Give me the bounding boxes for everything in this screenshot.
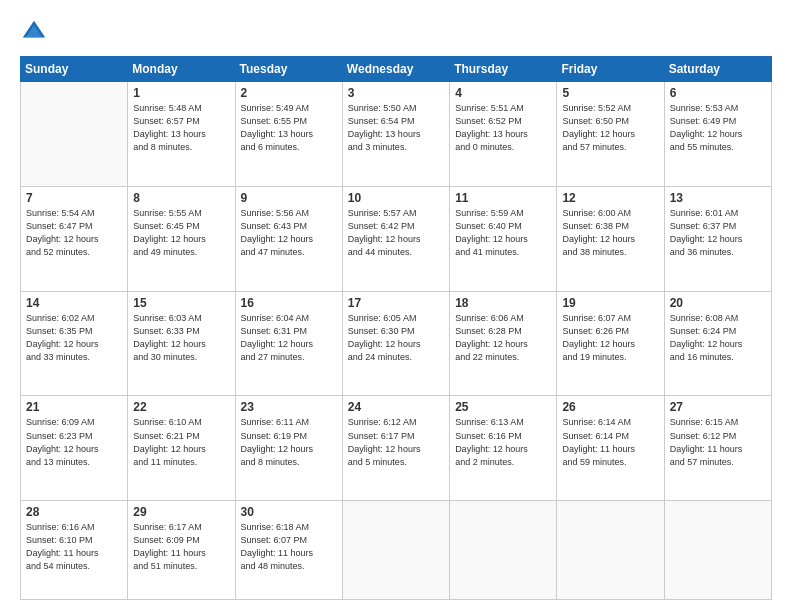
day-number: 17 xyxy=(348,296,444,310)
calendar-cell: 11Sunrise: 5:59 AMSunset: 6:40 PMDayligh… xyxy=(450,186,557,291)
day-info: Sunrise: 6:02 AMSunset: 6:35 PMDaylight:… xyxy=(26,312,122,364)
day-info: Sunrise: 6:16 AMSunset: 6:10 PMDaylight:… xyxy=(26,521,122,573)
day-number: 29 xyxy=(133,505,229,519)
day-info: Sunrise: 6:13 AMSunset: 6:16 PMDaylight:… xyxy=(455,416,551,468)
calendar-cell xyxy=(557,501,664,600)
weekday-header-wednesday: Wednesday xyxy=(342,57,449,82)
calendar-cell xyxy=(342,501,449,600)
calendar-week-5: 28Sunrise: 6:16 AMSunset: 6:10 PMDayligh… xyxy=(21,501,772,600)
day-number: 26 xyxy=(562,400,658,414)
day-number: 19 xyxy=(562,296,658,310)
calendar-cell xyxy=(450,501,557,600)
calendar-cell: 23Sunrise: 6:11 AMSunset: 6:19 PMDayligh… xyxy=(235,396,342,501)
calendar-week-1: 1Sunrise: 5:48 AMSunset: 6:57 PMDaylight… xyxy=(21,82,772,187)
day-info: Sunrise: 6:09 AMSunset: 6:23 PMDaylight:… xyxy=(26,416,122,468)
page: SundayMondayTuesdayWednesdayThursdayFrid… xyxy=(0,0,792,612)
day-number: 27 xyxy=(670,400,766,414)
calendar-cell xyxy=(664,501,771,600)
calendar-cell: 9Sunrise: 5:56 AMSunset: 6:43 PMDaylight… xyxy=(235,186,342,291)
calendar-cell: 28Sunrise: 6:16 AMSunset: 6:10 PMDayligh… xyxy=(21,501,128,600)
day-info: Sunrise: 5:48 AMSunset: 6:57 PMDaylight:… xyxy=(133,102,229,154)
day-info: Sunrise: 6:01 AMSunset: 6:37 PMDaylight:… xyxy=(670,207,766,259)
day-info: Sunrise: 6:04 AMSunset: 6:31 PMDaylight:… xyxy=(241,312,337,364)
day-number: 1 xyxy=(133,86,229,100)
day-info: Sunrise: 6:07 AMSunset: 6:26 PMDaylight:… xyxy=(562,312,658,364)
weekday-header-monday: Monday xyxy=(128,57,235,82)
calendar-cell: 18Sunrise: 6:06 AMSunset: 6:28 PMDayligh… xyxy=(450,291,557,396)
calendar-week-4: 21Sunrise: 6:09 AMSunset: 6:23 PMDayligh… xyxy=(21,396,772,501)
day-info: Sunrise: 6:11 AMSunset: 6:19 PMDaylight:… xyxy=(241,416,337,468)
calendar-cell: 24Sunrise: 6:12 AMSunset: 6:17 PMDayligh… xyxy=(342,396,449,501)
day-number: 28 xyxy=(26,505,122,519)
day-info: Sunrise: 5:55 AMSunset: 6:45 PMDaylight:… xyxy=(133,207,229,259)
day-number: 24 xyxy=(348,400,444,414)
calendar-cell: 27Sunrise: 6:15 AMSunset: 6:12 PMDayligh… xyxy=(664,396,771,501)
logo-icon xyxy=(20,18,48,46)
day-number: 4 xyxy=(455,86,551,100)
day-number: 21 xyxy=(26,400,122,414)
calendar-cell: 7Sunrise: 5:54 AMSunset: 6:47 PMDaylight… xyxy=(21,186,128,291)
calendar-cell: 4Sunrise: 5:51 AMSunset: 6:52 PMDaylight… xyxy=(450,82,557,187)
day-number: 20 xyxy=(670,296,766,310)
day-number: 12 xyxy=(562,191,658,205)
header xyxy=(20,18,772,46)
day-info: Sunrise: 5:54 AMSunset: 6:47 PMDaylight:… xyxy=(26,207,122,259)
day-number: 16 xyxy=(241,296,337,310)
calendar-cell: 30Sunrise: 6:18 AMSunset: 6:07 PMDayligh… xyxy=(235,501,342,600)
calendar-table: SundayMondayTuesdayWednesdayThursdayFrid… xyxy=(20,56,772,600)
calendar-cell: 12Sunrise: 6:00 AMSunset: 6:38 PMDayligh… xyxy=(557,186,664,291)
day-number: 11 xyxy=(455,191,551,205)
calendar-cell: 15Sunrise: 6:03 AMSunset: 6:33 PMDayligh… xyxy=(128,291,235,396)
calendar-cell xyxy=(21,82,128,187)
calendar-cell: 17Sunrise: 6:05 AMSunset: 6:30 PMDayligh… xyxy=(342,291,449,396)
calendar-cell: 5Sunrise: 5:52 AMSunset: 6:50 PMDaylight… xyxy=(557,82,664,187)
calendar-cell: 1Sunrise: 5:48 AMSunset: 6:57 PMDaylight… xyxy=(128,82,235,187)
day-info: Sunrise: 6:05 AMSunset: 6:30 PMDaylight:… xyxy=(348,312,444,364)
day-number: 5 xyxy=(562,86,658,100)
logo xyxy=(20,18,52,46)
day-number: 30 xyxy=(241,505,337,519)
day-info: Sunrise: 5:52 AMSunset: 6:50 PMDaylight:… xyxy=(562,102,658,154)
day-number: 23 xyxy=(241,400,337,414)
day-number: 15 xyxy=(133,296,229,310)
calendar-cell: 2Sunrise: 5:49 AMSunset: 6:55 PMDaylight… xyxy=(235,82,342,187)
calendar-cell: 22Sunrise: 6:10 AMSunset: 6:21 PMDayligh… xyxy=(128,396,235,501)
day-info: Sunrise: 6:15 AMSunset: 6:12 PMDaylight:… xyxy=(670,416,766,468)
weekday-header-thursday: Thursday xyxy=(450,57,557,82)
day-number: 25 xyxy=(455,400,551,414)
calendar-cell: 6Sunrise: 5:53 AMSunset: 6:49 PMDaylight… xyxy=(664,82,771,187)
day-number: 13 xyxy=(670,191,766,205)
day-info: Sunrise: 6:00 AMSunset: 6:38 PMDaylight:… xyxy=(562,207,658,259)
calendar-cell: 13Sunrise: 6:01 AMSunset: 6:37 PMDayligh… xyxy=(664,186,771,291)
day-number: 14 xyxy=(26,296,122,310)
day-info: Sunrise: 6:08 AMSunset: 6:24 PMDaylight:… xyxy=(670,312,766,364)
day-number: 2 xyxy=(241,86,337,100)
day-info: Sunrise: 5:59 AMSunset: 6:40 PMDaylight:… xyxy=(455,207,551,259)
calendar-cell: 10Sunrise: 5:57 AMSunset: 6:42 PMDayligh… xyxy=(342,186,449,291)
day-number: 18 xyxy=(455,296,551,310)
day-info: Sunrise: 5:50 AMSunset: 6:54 PMDaylight:… xyxy=(348,102,444,154)
weekday-header-row: SundayMondayTuesdayWednesdayThursdayFrid… xyxy=(21,57,772,82)
day-info: Sunrise: 5:49 AMSunset: 6:55 PMDaylight:… xyxy=(241,102,337,154)
calendar-cell: 8Sunrise: 5:55 AMSunset: 6:45 PMDaylight… xyxy=(128,186,235,291)
day-number: 9 xyxy=(241,191,337,205)
weekday-header-saturday: Saturday xyxy=(664,57,771,82)
calendar-cell: 3Sunrise: 5:50 AMSunset: 6:54 PMDaylight… xyxy=(342,82,449,187)
day-info: Sunrise: 6:17 AMSunset: 6:09 PMDaylight:… xyxy=(133,521,229,573)
calendar-week-2: 7Sunrise: 5:54 AMSunset: 6:47 PMDaylight… xyxy=(21,186,772,291)
day-info: Sunrise: 6:18 AMSunset: 6:07 PMDaylight:… xyxy=(241,521,337,573)
day-number: 3 xyxy=(348,86,444,100)
day-info: Sunrise: 5:51 AMSunset: 6:52 PMDaylight:… xyxy=(455,102,551,154)
day-info: Sunrise: 5:53 AMSunset: 6:49 PMDaylight:… xyxy=(670,102,766,154)
day-info: Sunrise: 5:56 AMSunset: 6:43 PMDaylight:… xyxy=(241,207,337,259)
calendar-cell: 20Sunrise: 6:08 AMSunset: 6:24 PMDayligh… xyxy=(664,291,771,396)
calendar-cell: 19Sunrise: 6:07 AMSunset: 6:26 PMDayligh… xyxy=(557,291,664,396)
calendar-cell: 26Sunrise: 6:14 AMSunset: 6:14 PMDayligh… xyxy=(557,396,664,501)
weekday-header-sunday: Sunday xyxy=(21,57,128,82)
calendar-cell: 29Sunrise: 6:17 AMSunset: 6:09 PMDayligh… xyxy=(128,501,235,600)
calendar-cell: 16Sunrise: 6:04 AMSunset: 6:31 PMDayligh… xyxy=(235,291,342,396)
day-number: 8 xyxy=(133,191,229,205)
day-info: Sunrise: 6:03 AMSunset: 6:33 PMDaylight:… xyxy=(133,312,229,364)
day-number: 6 xyxy=(670,86,766,100)
calendar-cell: 21Sunrise: 6:09 AMSunset: 6:23 PMDayligh… xyxy=(21,396,128,501)
